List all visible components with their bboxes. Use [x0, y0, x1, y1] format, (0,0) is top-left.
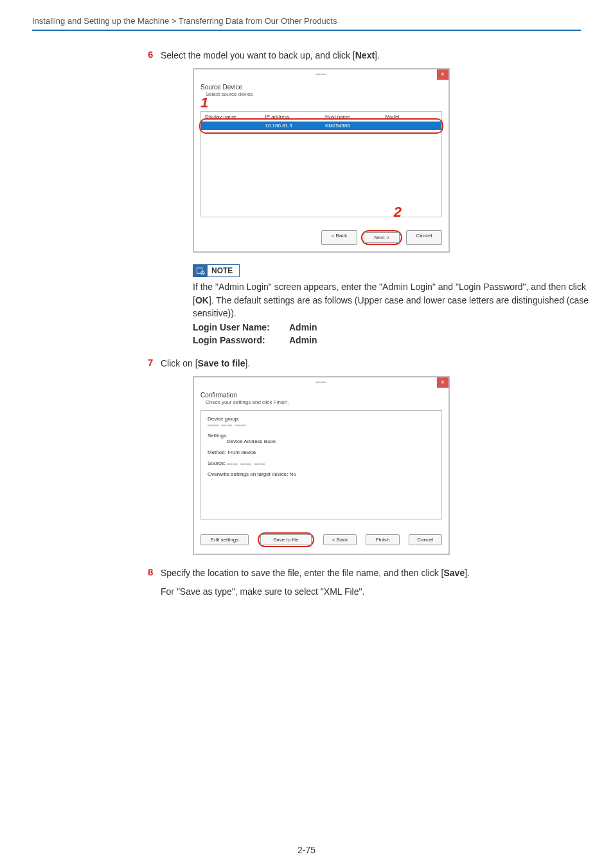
confirmation-summary: Device group: ▬▬ ▬▬ ▬▬ Settings: Device …	[200, 410, 442, 520]
save-to-file-ring: Save to file	[258, 532, 314, 547]
step-7: 7 Click on [Save to file].	[148, 357, 581, 370]
cred-user-value: Admin	[289, 322, 317, 332]
step-6-post: ].	[375, 50, 380, 60]
kv-settings-label: Settings:	[208, 433, 227, 439]
header-rule	[32, 30, 581, 31]
window1-button-row: < Back Next > Cancel	[194, 224, 449, 251]
svg-line-2	[202, 272, 204, 275]
confirmation-subtitle: Check your settings and click Finish.	[206, 399, 442, 405]
window-titlebar: ▬▬ ×	[194, 377, 449, 388]
step-6: 6 Select the model you want to back up, …	[148, 49, 581, 62]
kv-device-group: Device group: ▬▬ ▬▬ ▬▬	[208, 416, 435, 428]
step-8: 8 Specify the location to save the file,…	[148, 566, 581, 598]
close-icon[interactable]: ×	[437, 377, 449, 388]
note-block: NOTE If the "Admin Login" screen appears…	[193, 264, 591, 345]
window2-button-row: Edit settings Save to file < Back Finish…	[194, 526, 449, 554]
device-row[interactable]: 10.180.81.3 KM254380	[201, 122, 441, 130]
breadcrumb: Installing and Setting up the Machine > …	[32, 16, 581, 26]
back-button[interactable]: < Back	[323, 534, 357, 545]
cred-user-label: Login User Name:	[193, 322, 289, 332]
callout-2-ring: Next >	[361, 230, 402, 245]
kv-method: Method: From device	[208, 449, 435, 455]
kv-settings: Settings: Device Address Book	[208, 433, 435, 444]
close-icon[interactable]: ×	[437, 69, 449, 80]
device-row-host: KM254380	[321, 122, 382, 130]
page-number: 2-75	[0, 845, 613, 855]
note-header: NOTE	[193, 264, 240, 277]
step-6-pre: Select the model you want to back up, an…	[161, 50, 355, 60]
kv-source-value: ▬▬ ▬▬ ▬▬	[227, 460, 265, 466]
source-device-title: Source Device	[200, 84, 442, 91]
callout-2: 2	[394, 204, 402, 221]
step-7-number: 7	[148, 357, 161, 368]
cancel-button[interactable]: Cancel	[406, 230, 442, 245]
note-text: If the "Admin Login" screen appears, ent…	[193, 280, 591, 320]
cancel-button[interactable]: Cancel	[409, 534, 442, 545]
step-8-line1-pre: Specify the location to save the file, e…	[161, 568, 443, 578]
note-label: NOTE	[208, 266, 239, 276]
confirmation-title: Confirmation	[200, 392, 442, 399]
finish-button[interactable]: Finish	[366, 534, 399, 545]
cred-pass-value: Admin	[289, 335, 317, 345]
confirmation-window: ▬▬ × Confirmation Check your settings an…	[193, 376, 450, 555]
next-button[interactable]: Next >	[364, 232, 400, 243]
device-row-ip: 10.180.81.3	[262, 122, 322, 130]
window-title-redacted: ▬▬	[315, 71, 327, 77]
step-7-post: ].	[245, 358, 251, 368]
step-8-line1-post: ].	[465, 568, 470, 578]
kv-device-group-label: Device group:	[208, 416, 239, 422]
header-display-name[interactable]: Display name	[201, 112, 262, 122]
header-host-name[interactable]: Host name	[321, 112, 382, 122]
step-8-number: 8	[148, 566, 161, 577]
window-titlebar: ▬▬ ×	[194, 69, 449, 80]
device-row-display-name	[201, 122, 262, 130]
step-8-line1-bold: Save	[443, 568, 465, 578]
step-8-line2: For "Save as type", make sure to select …	[161, 585, 470, 598]
note-icon	[193, 265, 208, 276]
kv-source: Source: ▬▬ ▬▬ ▬▬	[208, 460, 435, 466]
save-to-file-button[interactable]: Save to file	[260, 534, 312, 545]
note-bold: OK	[195, 295, 209, 305]
source-device-window: ▬▬ × Source Device Select source device …	[193, 68, 450, 253]
cred-row-user: Login User Name: Admin	[193, 322, 591, 332]
device-list: Display name IP address Host name Model …	[200, 111, 442, 217]
header-ip-address[interactable]: IP address	[262, 112, 322, 122]
device-row-model	[382, 122, 442, 130]
kv-settings-value: Device Address Book	[227, 439, 276, 444]
kv-overwrite: Overwrite settings on target device: No	[208, 471, 435, 477]
edit-settings-button[interactable]: Edit settings	[200, 534, 249, 545]
step-7-bold: Save to file	[198, 358, 245, 368]
header-model[interactable]: Model	[382, 112, 442, 122]
svg-rect-0	[197, 268, 202, 273]
cred-row-pass: Login Password: Admin	[193, 335, 591, 345]
kv-device-group-value: ▬▬ ▬▬ ▬▬	[208, 422, 246, 428]
device-list-header: Display name IP address Host name Model	[201, 112, 441, 122]
step-8-text: Specify the location to save the file, e…	[161, 566, 470, 598]
window-title-redacted: ▬▬	[315, 379, 327, 384]
step-6-bold: Next	[355, 50, 375, 60]
step-7-text: Click on [Save to file].	[161, 357, 250, 370]
kv-source-label: Source:	[208, 460, 226, 466]
step-7-pre: Click on [	[161, 358, 198, 368]
cred-pass-label: Login Password:	[193, 335, 289, 345]
callout-1: 1	[200, 96, 442, 110]
step-6-number: 6	[148, 49, 161, 60]
note-post: ]. The default settings are as follows (…	[193, 295, 589, 318]
back-button[interactable]: < Back	[321, 230, 357, 245]
step-6-text: Select the model you want to back up, an…	[161, 49, 380, 62]
